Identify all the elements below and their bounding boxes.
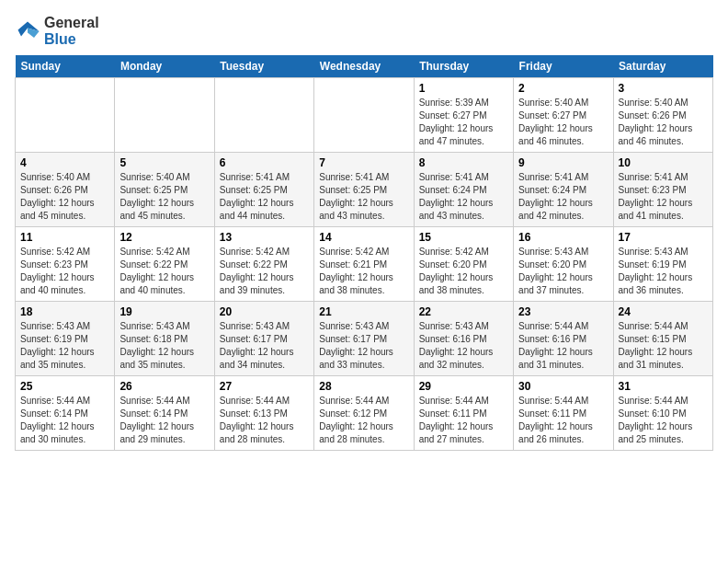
calendar-day-cell: 26Sunrise: 5:44 AM Sunset: 6:14 PM Dayli… bbox=[115, 376, 214, 451]
calendar-day-cell: 21Sunrise: 5:43 AM Sunset: 6:17 PM Dayli… bbox=[314, 302, 414, 376]
day-number: 26 bbox=[119, 380, 209, 393]
calendar-day-cell: 9Sunrise: 5:41 AM Sunset: 6:24 PM Daylig… bbox=[514, 153, 613, 227]
day-info: Sunrise: 5:39 AM Sunset: 6:27 PM Dayligh… bbox=[419, 97, 508, 148]
calendar-day-cell: 29Sunrise: 5:44 AM Sunset: 6:11 PM Dayli… bbox=[414, 376, 513, 451]
calendar-day-cell: 17Sunrise: 5:43 AM Sunset: 6:19 PM Dayli… bbox=[613, 227, 712, 302]
calendar-day-cell bbox=[16, 78, 115, 153]
day-info: Sunrise: 5:41 AM Sunset: 6:25 PM Dayligh… bbox=[220, 171, 309, 223]
day-number: 12 bbox=[119, 231, 209, 244]
day-number: 15 bbox=[419, 231, 508, 244]
calendar-day-cell: 23Sunrise: 5:44 AM Sunset: 6:16 PM Dayli… bbox=[514, 302, 613, 376]
day-info: Sunrise: 5:41 AM Sunset: 6:24 PM Dayligh… bbox=[518, 171, 608, 223]
calendar-day-cell: 13Sunrise: 5:42 AM Sunset: 6:22 PM Dayli… bbox=[214, 227, 313, 302]
page-header: General Blue bbox=[15, 15, 713, 48]
day-number: 31 bbox=[619, 380, 708, 393]
calendar-table: SundayMondayTuesdayWednesdayThursdayFrid… bbox=[15, 55, 713, 451]
calendar-day-cell: 3Sunrise: 5:40 AM Sunset: 6:26 PM Daylig… bbox=[613, 78, 712, 153]
day-info: Sunrise: 5:43 AM Sunset: 6:19 PM Dayligh… bbox=[20, 320, 109, 372]
weekday-header: Wednesday bbox=[314, 55, 414, 78]
day-number: 8 bbox=[419, 156, 508, 169]
day-info: Sunrise: 5:43 AM Sunset: 6:16 PM Dayligh… bbox=[419, 320, 508, 372]
day-info: Sunrise: 5:41 AM Sunset: 6:23 PM Dayligh… bbox=[619, 171, 708, 223]
day-number: 24 bbox=[619, 305, 708, 318]
calendar-day-cell: 19Sunrise: 5:43 AM Sunset: 6:18 PM Dayli… bbox=[115, 302, 214, 376]
day-info: Sunrise: 5:42 AM Sunset: 6:22 PM Dayligh… bbox=[119, 246, 209, 297]
day-number: 7 bbox=[319, 156, 408, 169]
day-number: 5 bbox=[119, 156, 209, 169]
day-number: 13 bbox=[220, 231, 309, 244]
weekday-header: Monday bbox=[115, 55, 214, 78]
calendar-day-cell: 27Sunrise: 5:44 AM Sunset: 6:13 PM Dayli… bbox=[214, 376, 313, 451]
calendar-day-cell: 6Sunrise: 5:41 AM Sunset: 6:25 PM Daylig… bbox=[214, 153, 313, 227]
calendar-day-cell: 22Sunrise: 5:43 AM Sunset: 6:16 PM Dayli… bbox=[414, 302, 513, 376]
calendar-day-cell: 1Sunrise: 5:39 AM Sunset: 6:27 PM Daylig… bbox=[414, 78, 513, 153]
calendar-day-cell: 20Sunrise: 5:43 AM Sunset: 6:17 PM Dayli… bbox=[214, 302, 313, 376]
calendar-day-cell: 16Sunrise: 5:43 AM Sunset: 6:20 PM Dayli… bbox=[514, 227, 613, 302]
day-number: 16 bbox=[518, 231, 608, 244]
calendar-week-row: 25Sunrise: 5:44 AM Sunset: 6:14 PM Dayli… bbox=[16, 376, 713, 451]
day-number: 27 bbox=[220, 380, 309, 393]
day-info: Sunrise: 5:40 AM Sunset: 6:25 PM Dayligh… bbox=[119, 171, 209, 223]
day-info: Sunrise: 5:42 AM Sunset: 6:20 PM Dayligh… bbox=[419, 246, 508, 297]
calendar-day-cell: 31Sunrise: 5:44 AM Sunset: 6:10 PM Dayli… bbox=[613, 376, 712, 451]
day-info: Sunrise: 5:40 AM Sunset: 6:27 PM Dayligh… bbox=[518, 97, 608, 148]
calendar-day-cell: 7Sunrise: 5:41 AM Sunset: 6:25 PM Daylig… bbox=[314, 153, 414, 227]
day-info: Sunrise: 5:44 AM Sunset: 6:12 PM Dayligh… bbox=[319, 395, 408, 446]
day-info: Sunrise: 5:42 AM Sunset: 6:22 PM Dayligh… bbox=[220, 246, 309, 297]
day-info: Sunrise: 5:41 AM Sunset: 6:24 PM Dayligh… bbox=[419, 171, 508, 223]
day-number: 6 bbox=[220, 156, 309, 169]
calendar-week-row: 1Sunrise: 5:39 AM Sunset: 6:27 PM Daylig… bbox=[16, 78, 713, 153]
day-number: 19 bbox=[119, 305, 209, 318]
weekday-header: Thursday bbox=[414, 55, 513, 78]
calendar-day-cell: 15Sunrise: 5:42 AM Sunset: 6:20 PM Dayli… bbox=[414, 227, 513, 302]
calendar-day-cell: 24Sunrise: 5:44 AM Sunset: 6:15 PM Dayli… bbox=[613, 302, 712, 376]
day-info: Sunrise: 5:44 AM Sunset: 6:13 PM Dayligh… bbox=[220, 395, 309, 446]
day-info: Sunrise: 5:43 AM Sunset: 6:18 PM Dayligh… bbox=[119, 320, 209, 372]
day-info: Sunrise: 5:41 AM Sunset: 6:25 PM Dayligh… bbox=[319, 171, 408, 223]
day-number: 29 bbox=[419, 380, 508, 393]
day-info: Sunrise: 5:44 AM Sunset: 6:14 PM Dayligh… bbox=[20, 395, 109, 446]
weekday-header: Saturday bbox=[613, 55, 712, 78]
day-number: 28 bbox=[319, 380, 408, 393]
calendar-day-cell bbox=[115, 78, 214, 153]
day-info: Sunrise: 5:44 AM Sunset: 6:15 PM Dayligh… bbox=[619, 320, 708, 372]
weekday-header: Sunday bbox=[16, 55, 115, 78]
day-number: 25 bbox=[20, 380, 109, 393]
day-number: 1 bbox=[419, 82, 508, 95]
calendar-week-row: 11Sunrise: 5:42 AM Sunset: 6:23 PM Dayli… bbox=[16, 227, 713, 302]
day-number: 30 bbox=[518, 380, 608, 393]
day-number: 20 bbox=[220, 305, 309, 318]
logo: General Blue bbox=[15, 15, 99, 48]
calendar-day-cell: 11Sunrise: 5:42 AM Sunset: 6:23 PM Dayli… bbox=[16, 227, 115, 302]
weekday-header-row: SundayMondayTuesdayWednesdayThursdayFrid… bbox=[16, 55, 713, 78]
calendar-week-row: 18Sunrise: 5:43 AM Sunset: 6:19 PM Dayli… bbox=[16, 302, 713, 376]
logo-icon bbox=[15, 18, 40, 44]
day-info: Sunrise: 5:44 AM Sunset: 6:11 PM Dayligh… bbox=[419, 395, 508, 446]
day-info: Sunrise: 5:40 AM Sunset: 6:26 PM Dayligh… bbox=[20, 171, 109, 223]
day-info: Sunrise: 5:43 AM Sunset: 6:20 PM Dayligh… bbox=[518, 246, 608, 297]
calendar-day-cell: 8Sunrise: 5:41 AM Sunset: 6:24 PM Daylig… bbox=[414, 153, 513, 227]
day-info: Sunrise: 5:42 AM Sunset: 6:21 PM Dayligh… bbox=[319, 246, 408, 297]
day-info: Sunrise: 5:43 AM Sunset: 6:19 PM Dayligh… bbox=[619, 246, 708, 297]
calendar-day-cell: 12Sunrise: 5:42 AM Sunset: 6:22 PM Dayli… bbox=[115, 227, 214, 302]
day-number: 3 bbox=[619, 82, 708, 95]
day-number: 4 bbox=[20, 156, 109, 169]
calendar-day-cell: 10Sunrise: 5:41 AM Sunset: 6:23 PM Dayli… bbox=[613, 153, 712, 227]
day-info: Sunrise: 5:40 AM Sunset: 6:26 PM Dayligh… bbox=[619, 97, 708, 148]
calendar-day-cell: 14Sunrise: 5:42 AM Sunset: 6:21 PM Dayli… bbox=[314, 227, 414, 302]
weekday-header: Tuesday bbox=[214, 55, 313, 78]
calendar-week-row: 4Sunrise: 5:40 AM Sunset: 6:26 PM Daylig… bbox=[16, 153, 713, 227]
day-info: Sunrise: 5:43 AM Sunset: 6:17 PM Dayligh… bbox=[319, 320, 408, 372]
day-number: 21 bbox=[319, 305, 408, 318]
day-number: 9 bbox=[518, 156, 608, 169]
weekday-header: Friday bbox=[514, 55, 613, 78]
calendar-day-cell: 2Sunrise: 5:40 AM Sunset: 6:27 PM Daylig… bbox=[514, 78, 613, 153]
day-number: 17 bbox=[619, 231, 708, 244]
calendar-day-cell: 25Sunrise: 5:44 AM Sunset: 6:14 PM Dayli… bbox=[16, 376, 115, 451]
day-number: 22 bbox=[419, 305, 508, 318]
calendar-day-cell bbox=[214, 78, 313, 153]
day-number: 11 bbox=[20, 231, 109, 244]
day-info: Sunrise: 5:44 AM Sunset: 6:16 PM Dayligh… bbox=[518, 320, 608, 372]
calendar-day-cell: 28Sunrise: 5:44 AM Sunset: 6:12 PM Dayli… bbox=[314, 376, 414, 451]
calendar-day-cell bbox=[314, 78, 414, 153]
